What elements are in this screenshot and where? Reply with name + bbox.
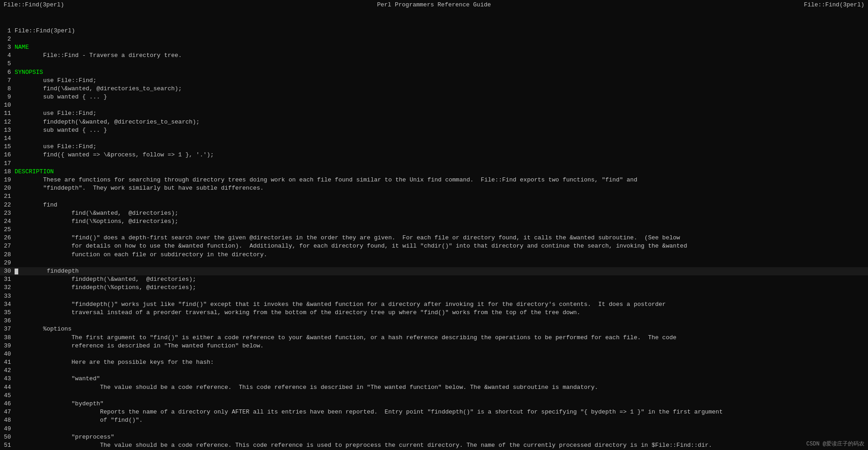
line-content	[15, 367, 868, 375]
line-number: 34	[0, 300, 15, 309]
header-bar: File::Find(3perl) Perl Programmers Refer…	[0, 0, 868, 10]
line-content: The first argument to "find()" is either…	[15, 334, 868, 342]
line-number: 24	[0, 217, 15, 226]
line-number: 43	[0, 375, 15, 383]
line-48: 48 of "find()".	[0, 416, 868, 424]
line-number: 49	[0, 425, 15, 433]
line-number: 19	[0, 176, 15, 184]
line-content: finddepth	[15, 267, 868, 275]
line-35: 35 traversal instead of a preorder trave…	[0, 309, 868, 317]
line-31: 31 finddepth(\&wanted, @directories);	[0, 275, 868, 284]
line-content	[15, 425, 868, 433]
line-20: 20 "finddepth". They work similarly but …	[0, 184, 868, 192]
line-content: Reports the name of a directory only AFT…	[15, 408, 868, 416]
watermark: CSDN @爱读庄子的码农	[806, 440, 864, 448]
line-36: 36	[0, 317, 868, 325]
line-content: finddepth(\%options, @directories);	[15, 284, 868, 292]
line-3: 3NAME	[0, 43, 868, 52]
line-number: 18	[0, 168, 15, 176]
line-content: use File::Find;	[15, 143, 868, 151]
line-50: 50 "preprocess"	[0, 433, 868, 441]
line-number: 3	[0, 43, 15, 52]
line-content	[15, 101, 868, 109]
line-25: 25	[0, 226, 868, 234]
line-content: sub wanted { ... }	[15, 126, 868, 134]
line-7: 7 use File::Find;	[0, 77, 868, 85]
line-content: "preprocess"	[15, 433, 868, 441]
line-number: 46	[0, 400, 15, 408]
line-content: "wanted"	[15, 375, 868, 383]
line-1: 1File::Find(3perl)	[0, 27, 868, 35]
line-content: NAME	[15, 43, 868, 52]
line-content	[15, 134, 868, 143]
line-content: use File::Find;	[15, 109, 868, 118]
line-47: 47 Reports the name of a directory only …	[0, 408, 868, 416]
line-content: function on each file or subdirectory in…	[15, 251, 868, 259]
line-number: 21	[0, 192, 15, 201]
line-33: 33	[0, 292, 868, 300]
line-11: 11 use File::Find;	[0, 109, 868, 118]
line-number: 51	[0, 441, 15, 450]
line-17: 17	[0, 160, 868, 168]
line-content: find	[15, 201, 868, 209]
line-content	[15, 350, 868, 358]
line-number: 15	[0, 143, 15, 151]
line-18: 18DESCRIPTION	[0, 168, 868, 176]
line-content: find({ wanted => \&process, follow => 1 …	[15, 151, 868, 159]
line-content: "find()" does a depth-first search over …	[15, 234, 868, 242]
line-content: Here are the possible keys for the hash:	[15, 358, 868, 367]
line-number: 8	[0, 85, 15, 93]
terminal-window: File::Find(3perl) Perl Programmers Refer…	[0, 0, 868, 450]
line-37: 37 %options	[0, 325, 868, 333]
line-content: File::Find(3perl)	[15, 27, 868, 35]
line-number: 29	[0, 259, 15, 267]
line-29: 29	[0, 259, 868, 267]
line-10: 10	[0, 101, 868, 109]
line-number: 1	[0, 27, 15, 35]
line-16: 16 find({ wanted => \&process, follow =>…	[0, 151, 868, 159]
line-24: 24 find(\%options, @directories);	[0, 217, 868, 226]
line-number: 2	[0, 35, 15, 43]
line-number: 26	[0, 234, 15, 242]
line-number: 47	[0, 408, 15, 416]
line-number: 4	[0, 52, 15, 60]
line-number: 44	[0, 383, 15, 392]
line-content: for details on how to use the &wanted fu…	[15, 242, 868, 250]
line-content: find(\&wanted, @directories);	[15, 209, 868, 217]
line-number: 20	[0, 184, 15, 192]
line-content: "finddepth". They work similarly but hav…	[15, 184, 868, 192]
line-number: 36	[0, 317, 15, 325]
line-39: 39 reference is described in "The wanted…	[0, 342, 868, 350]
line-number: 28	[0, 251, 15, 259]
line-number: 16	[0, 151, 15, 159]
line-42: 42	[0, 367, 868, 375]
line-content: traversal instead of a preorder traversa…	[15, 309, 868, 317]
line-40: 40	[0, 350, 868, 358]
line-content: SYNOPSIS	[15, 68, 868, 77]
line-content: The value should be a code reference. Th…	[15, 383, 868, 392]
line-number: 27	[0, 242, 15, 250]
line-content: sub wanted { ... }	[15, 93, 868, 101]
line-28: 28 function on each file or subdirectory…	[0, 251, 868, 259]
line-14: 14	[0, 134, 868, 143]
line-43: 43 "wanted"	[0, 375, 868, 383]
line-22: 22 find	[0, 201, 868, 209]
line-content: of "find()".	[15, 416, 868, 424]
line-content	[15, 226, 868, 234]
line-19: 19 These are functions for searching thr…	[0, 176, 868, 184]
line-8: 8 find(\&wanted, @directories_to_search)…	[0, 85, 868, 93]
line-content: find(\&wanted, @directories_to_search);	[15, 85, 868, 93]
line-number: 39	[0, 342, 15, 350]
line-content	[15, 392, 868, 400]
line-2: 2	[0, 35, 868, 43]
line-number: 40	[0, 350, 15, 358]
line-5: 5	[0, 60, 868, 68]
line-number: 41	[0, 358, 15, 367]
line-number: 7	[0, 77, 15, 85]
line-content	[15, 192, 868, 201]
line-number: 9	[0, 93, 15, 101]
line-number: 48	[0, 416, 15, 424]
content-area: 1File::Find(3perl)23NAME4 File::Find - T…	[0, 10, 868, 450]
line-9: 9 sub wanted { ... }	[0, 93, 868, 101]
line-number: 42	[0, 367, 15, 375]
